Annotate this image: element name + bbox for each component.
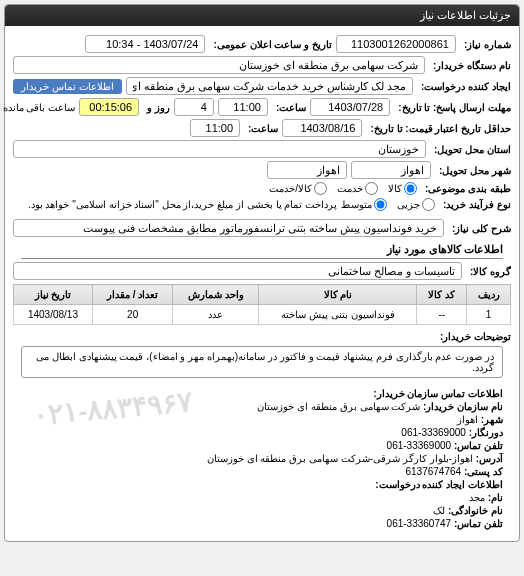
main-desc-input[interactable] xyxy=(13,219,444,237)
contact-postal-line: کد پستی: 6137674764 xyxy=(21,466,503,477)
contact-section: ۰۲۱-۸۸۳۴۹۶۷ اطلاعات تماس سازمان خریدار: … xyxy=(13,382,511,535)
goods-group-label: گروه کالا: xyxy=(466,266,511,277)
table-row[interactable]: 1 -- فونداسیون بتنی پیش ساخته عدد 20 140… xyxy=(14,305,511,325)
contact-org-label: نام سازمان خریدار: xyxy=(423,401,503,412)
contact-postal-label: کد پستی: xyxy=(464,466,503,477)
creator-name-label: نام: xyxy=(488,492,503,503)
cell-unit: عدد xyxy=(173,305,259,325)
days-left[interactable] xyxy=(174,98,214,116)
table-header-row: ردیف کد کالا نام کالا واحد شمارش تعداد /… xyxy=(14,285,511,305)
panel-title: جزئیات اطلاعات نیاز xyxy=(5,5,519,26)
remain-suffix: ساعت باقی مانده xyxy=(0,102,75,113)
radio-service-input[interactable] xyxy=(365,182,378,195)
radio-goods-input[interactable] xyxy=(404,182,417,195)
radio-gs-input[interactable] xyxy=(314,182,327,195)
deadline-date[interactable] xyxy=(310,98,390,116)
row-creator: ایجاد کننده درخواست: اطلاعات تماس خریدار xyxy=(13,77,511,95)
contact-fax: 33369000-061 xyxy=(387,440,452,451)
creator-family-line: نام خانوادگی: لک xyxy=(21,505,503,516)
time-label-2: ساعت: xyxy=(244,123,278,134)
creator-family: لک xyxy=(433,505,445,516)
creator-phone-line: تلفن تماس: 33360747-061 xyxy=(21,518,503,529)
row-goods-group: گروه کالا: xyxy=(13,262,511,280)
th-name: نام کالا xyxy=(259,285,417,305)
row-validity: حداقل تاریخ اعتبار قیمت: تا تاریخ: ساعت: xyxy=(13,119,511,137)
delivery-city2[interactable] xyxy=(267,161,347,179)
buyer-org-input[interactable] xyxy=(13,56,425,74)
time-label-1: ساعت: xyxy=(272,102,306,113)
buyer-contact-link[interactable]: اطلاعات تماس خریدار xyxy=(13,79,122,94)
radio-goods[interactable]: کالا xyxy=(388,182,417,195)
buyer-org-label: نام دستگاه خریدار: xyxy=(429,60,511,71)
contact-city: اهواز xyxy=(457,414,478,425)
radio-partial[interactable]: جزیی xyxy=(397,198,435,211)
creator-phone-label: تلفن تماس: xyxy=(454,518,503,529)
creator-phone: 33360747-061 xyxy=(387,518,452,529)
row-main-desc: شرح کلی نیاز: xyxy=(13,219,511,237)
radio-gs-label: کالا/خدمت xyxy=(269,183,312,194)
validity-label: حداقل تاریخ اعتبار قیمت: تا تاریخ: xyxy=(366,123,511,134)
delivery-city1[interactable] xyxy=(351,161,431,179)
need-no-input[interactable] xyxy=(336,35,456,53)
radio-service[interactable]: خدمت xyxy=(337,182,378,195)
creator-name-line: نام: مجد xyxy=(21,492,503,503)
creator-input[interactable] xyxy=(126,77,414,95)
creator-label: ایجاد کننده درخواست: xyxy=(417,81,511,92)
radio-medium-input[interactable] xyxy=(374,198,387,211)
row-need-no: شماره نیاز: تاریخ و ساعت اعلان عمومی: xyxy=(13,35,511,53)
goods-group-input[interactable] xyxy=(13,262,462,280)
process-radio-group: جزیی متوسط xyxy=(341,198,435,211)
contact-address-line: آدرس: اهواز-بلوار کارگر شرقی-شرکت سهامی … xyxy=(21,453,503,464)
validity-time[interactable] xyxy=(190,119,240,137)
row-process: نوع فرآیند خرید: جزیی متوسط پرداخت تمام … xyxy=(13,198,511,211)
subject-class-label: طبقه بندی موضوعی: xyxy=(421,183,511,194)
th-unit: واحد شمارش xyxy=(173,285,259,305)
goods-section-title: اطلاعات کالاهای مورد نیاز xyxy=(21,243,503,259)
contact-city-label: شهر: xyxy=(481,414,503,425)
remain-label: روز و xyxy=(143,102,170,113)
th-code: کد کالا xyxy=(417,285,467,305)
goods-table: ردیف کد کالا نام کالا واحد شمارش تعداد /… xyxy=(13,284,511,325)
creator-section-title: اطلاعات ایجاد کننده درخواست: xyxy=(21,479,503,490)
contact-phone: 33369000-061 xyxy=(401,427,466,438)
row-explain: توضیحات خریدار: xyxy=(13,331,511,342)
cell-date: 1403/08/13 xyxy=(14,305,93,325)
need-no-label: شماره نیاز: xyxy=(460,39,511,50)
contact-org-line: نام سازمان خریدار: شرکت سهامی برق منطقه … xyxy=(21,401,503,412)
contact-phone-line: دورنگار: 33369000-061 xyxy=(21,427,503,438)
contact-city-line: شهر: اهواز xyxy=(21,414,503,425)
panel-body: شماره نیاز: تاریخ و ساعت اعلان عمومی: نا… xyxy=(5,26,519,541)
th-date: تاریخ نیاز xyxy=(14,285,93,305)
radio-goods-service[interactable]: کالا/خدمت xyxy=(269,182,327,195)
subject-radio-group: کالا خدمت کالا/خدمت xyxy=(269,182,417,195)
announce-input[interactable] xyxy=(85,35,205,53)
deadline-time[interactable] xyxy=(218,98,268,116)
delivery-state[interactable] xyxy=(13,140,426,158)
explain-text: در صورت عدم بارگذاری فرم پیشنهاد قیمت و … xyxy=(21,346,503,378)
contact-org: شرکت سهامی برق منطقه ای خوزستان xyxy=(257,401,420,412)
validity-date[interactable] xyxy=(282,119,362,137)
radio-goods-label: کالا xyxy=(388,183,402,194)
row-subject-class: طبقه بندی موضوعی: کالا خدمت کالا/خدمت xyxy=(13,182,511,195)
cell-row: 1 xyxy=(467,305,511,325)
creator-name: مجد xyxy=(469,492,485,503)
remain-time[interactable] xyxy=(79,98,139,116)
contact-title: اطلاعات تماس سازمان خریدار: xyxy=(21,388,503,399)
th-qty: تعداد / مقدار xyxy=(92,285,172,305)
details-panel: جزئیات اطلاعات نیاز شماره نیاز: تاریخ و … xyxy=(4,4,520,542)
process-label: نوع فرآیند خرید: xyxy=(439,199,511,210)
deadline-label: مهلت ارسال پاسخ: تا تاریخ: xyxy=(394,102,511,113)
row-delivery-state: استان محل تحویل: xyxy=(13,140,511,158)
row-delivery-city: شهر محل تحویل: xyxy=(13,161,511,179)
delivery-city-label: شهر محل تحویل: xyxy=(435,165,511,176)
cell-name: فونداسیون بتنی پیش ساخته xyxy=(259,305,417,325)
cell-code: -- xyxy=(417,305,467,325)
radio-partial-input[interactable] xyxy=(422,198,435,211)
contact-address-label: آدرس: xyxy=(476,453,503,464)
contact-fax-line: تلفن تماس: 33369000-061 xyxy=(21,440,503,451)
radio-medium[interactable]: متوسط xyxy=(341,198,387,211)
th-row: ردیف xyxy=(467,285,511,305)
row-buyer-org: نام دستگاه خریدار: xyxy=(13,56,511,74)
main-desc-label: شرح کلی نیاز: xyxy=(448,223,511,234)
contact-address: اهواز-بلوار کارگر شرقی-شرکت سهامی برق من… xyxy=(207,453,473,464)
